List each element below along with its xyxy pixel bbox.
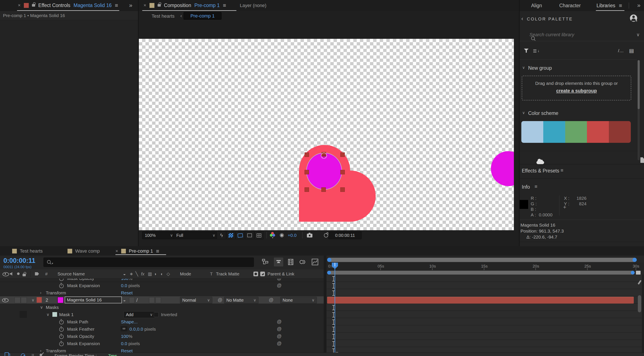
audio-cell[interactable] (14, 297, 20, 303)
playhead-line[interactable] (334, 263, 335, 353)
quality-icon[interactable]: / (136, 297, 138, 303)
group-row-mask-1[interactable]: ∨ Mask 1 Add ∨ Inverted (0, 311, 324, 318)
motion-blur-icon[interactable] (299, 258, 306, 266)
swatch[interactable] (521, 121, 543, 143)
close-icon[interactable]: × (144, 3, 146, 8)
selection-handle[interactable] (304, 170, 309, 174)
selection-handle[interactable] (340, 170, 345, 174)
panel-menu-icon[interactable]: ≡ (223, 3, 226, 8)
eye-icon[interactable] (2, 272, 9, 276)
reset-link[interactable]: Reset (121, 290, 133, 295)
swatch[interactable] (609, 121, 631, 143)
filter-icon[interactable] (524, 49, 528, 53)
layer-name-field[interactable]: Magenta Solid 16 (65, 296, 122, 303)
panel-scrollbar[interactable] (638, 60, 640, 160)
panel-menu-icon[interactable]: ≡ (156, 248, 159, 254)
panel-menu-icon[interactable]: ≡ (619, 3, 622, 8)
column-t[interactable]: T (210, 271, 213, 276)
layer-color-swatch[interactable] (58, 297, 64, 303)
switch-blend-icon[interactable]: ∗ (130, 271, 133, 276)
info-panel-title[interactable]: Info (522, 184, 530, 190)
overflow-panels-icon[interactable]: » (129, 2, 132, 8)
chevron-right-icon[interactable]: › (40, 290, 41, 295)
anchor-point-icon[interactable] (321, 153, 327, 159)
property-value[interactable]: 100 (121, 334, 128, 339)
navigator-start-handle[interactable] (327, 258, 331, 262)
matte-pickwhip-icon[interactable]: @ (218, 297, 222, 303)
property-row-mask-opacity[interactable]: Mask Opacity 100% @ (0, 332, 324, 340)
composition-mini-flowchart-icon[interactable] (262, 258, 269, 266)
switch-frame-blend-icon[interactable]: ▥ (148, 271, 152, 276)
lock-icon[interactable] (158, 4, 161, 7)
timeline-search-input[interactable] (56, 259, 249, 266)
stopwatch-icon[interactable] (59, 334, 64, 339)
tab-layer[interactable]: Layer (none) (240, 3, 266, 8)
timeline-current-time[interactable]: 0:00:00:11 (4, 257, 35, 264)
stopwatch-icon[interactable] (59, 327, 64, 332)
chevron-down-icon[interactable]: ∨ (636, 33, 640, 37)
work-area-bar[interactable] (328, 271, 634, 274)
panel-menu-icon[interactable]: ≡ (115, 3, 118, 8)
layer-label-swatch[interactable] (37, 297, 42, 303)
panel-menu-icon[interactable]: ≡ (534, 184, 537, 189)
mask-visibility-button[interactable] (236, 231, 245, 239)
lock-icon[interactable] (22, 274, 26, 276)
switch-3d-icon[interactable]: ◇ (166, 271, 170, 276)
group-title[interactable]: New group (528, 65, 552, 71)
parent-select[interactable]: None ∨ (280, 297, 317, 303)
close-icon[interactable]: × (116, 249, 118, 253)
draft-pen-icon[interactable] (40, 354, 42, 356)
parent-pickwhip-icon[interactable] (254, 272, 258, 276)
column-source-name[interactable]: Source Name (58, 271, 85, 276)
render-status-icon[interactable] (21, 353, 25, 356)
switch-motion-blur-icon[interactable]: ◗ (154, 271, 157, 276)
selection-handle[interactable] (340, 152, 345, 157)
pickwhip-icon[interactable]: @ (277, 326, 282, 332)
tab-effect-controls[interactable]: × Effect Controls Magenta Solid 16 ≡ (18, 0, 118, 11)
chevron-down-icon[interactable]: ∨ (46, 312, 50, 317)
inverted-checkbox[interactable] (154, 312, 158, 317)
column-mode[interactable]: Mode (180, 271, 191, 276)
comp-marker-button[interactable] (636, 271, 640, 274)
time-navigator[interactable] (328, 258, 636, 262)
timeline-search-box[interactable]: ▾ (44, 257, 254, 267)
solo-cell[interactable] (21, 297, 27, 303)
property-value[interactable]: 0.0 (121, 341, 127, 346)
track-matte-select[interactable]: No Matte ∨ (224, 297, 258, 303)
track-scrollbar-thumb[interactable] (638, 295, 641, 312)
viewer-timecode[interactable]: 0:00:00:11 (328, 231, 362, 239)
swatch[interactable] (587, 121, 609, 143)
exposure-icon[interactable]: ◉ (280, 232, 284, 238)
eye-icon[interactable] (2, 298, 8, 302)
show-snapshot-icon[interactable] (324, 233, 328, 237)
transparency-grid-button[interactable] (226, 231, 236, 239)
selection-handle[interactable] (304, 152, 309, 157)
zoom-select[interactable]: 100% ∨ (142, 231, 176, 239)
switch-adjustment-icon[interactable]: ◖ (160, 271, 163, 276)
chevron-down-icon[interactable]: ∨ (522, 111, 525, 115)
work-area-end-handle[interactable] (631, 271, 635, 274)
effects-presets-title[interactable]: Effects & Presets (522, 168, 559, 174)
scrollbar-thumb[interactable] (638, 60, 640, 109)
timeline-tab-pre-comp-1[interactable]: × Pre-comp 1 ≡ (116, 247, 159, 255)
blend-mode-select[interactable]: Normal ∨ (180, 297, 212, 303)
layer-duration-bar[interactable] (327, 297, 634, 303)
visibility-cell[interactable] (20, 311, 27, 318)
cloud-sync-icon[interactable] (536, 161, 544, 164)
snapshot-camera-icon[interactable] (307, 234, 312, 237)
tab-character[interactable]: Character (559, 3, 581, 9)
back-icon[interactable]: ‹ (521, 16, 523, 21)
audio-icon[interactable] (10, 272, 14, 276)
switch-cell[interactable] (149, 297, 154, 303)
region-of-interest-button[interactable] (245, 231, 254, 239)
exposure-value[interactable]: +0.0 (288, 233, 296, 238)
switch-cell[interactable] (156, 297, 161, 303)
grid-guides-button[interactable] (254, 231, 264, 239)
property-value[interactable]: 0.0 (121, 283, 127, 288)
duplicate-frames-icon[interactable] (6, 354, 10, 356)
selection-handle[interactable] (304, 187, 309, 192)
frame-blending-icon[interactable] (287, 258, 294, 266)
link-dimensions-icon[interactable]: ∞ (120, 326, 127, 331)
property-row-mask-expansion[interactable]: Mask Expansion 0.0 pixels @ (0, 282, 324, 289)
shy-icon[interactable]: ◒ (123, 298, 126, 303)
